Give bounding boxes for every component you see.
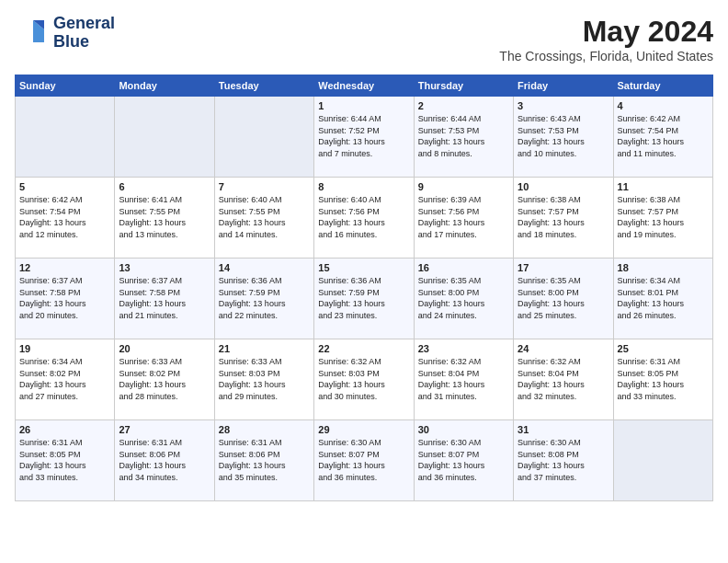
day-number: 22 <box>318 343 409 354</box>
day-number: 6 <box>119 181 210 192</box>
calendar-cell: 29Sunrise: 6:30 AM Sunset: 8:07 PM Dayli… <box>314 420 414 501</box>
day-number: 10 <box>518 181 609 192</box>
day-number: 13 <box>119 262 210 273</box>
day-info: Sunrise: 6:36 AM Sunset: 7:59 PM Dayligh… <box>219 275 310 321</box>
calendar-cell <box>613 420 712 501</box>
day-info: Sunrise: 6:30 AM Sunset: 8:07 PM Dayligh… <box>418 437 509 483</box>
calendar-cell: 2Sunrise: 6:44 AM Sunset: 7:53 PM Daylig… <box>414 97 513 178</box>
day-number: 25 <box>618 343 709 354</box>
logo-icon <box>15 17 48 50</box>
day-info: Sunrise: 6:40 AM Sunset: 7:56 PM Dayligh… <box>318 194 409 240</box>
day-info: Sunrise: 6:33 AM Sunset: 8:02 PM Dayligh… <box>119 356 210 402</box>
logo: General Blue <box>15 15 115 52</box>
calendar-cell: 5Sunrise: 6:42 AM Sunset: 7:54 PM Daylig… <box>16 178 115 259</box>
day-number: 7 <box>219 181 310 192</box>
day-number: 4 <box>618 100 709 111</box>
calendar-cell: 6Sunrise: 6:41 AM Sunset: 7:55 PM Daylig… <box>115 178 214 259</box>
day-info: Sunrise: 6:37 AM Sunset: 7:58 PM Dayligh… <box>19 275 110 321</box>
calendar-week-row: 19Sunrise: 6:34 AM Sunset: 8:02 PM Dayli… <box>16 339 713 420</box>
calendar-cell: 15Sunrise: 6:36 AM Sunset: 7:59 PM Dayli… <box>314 259 414 339</box>
day-number: 1 <box>318 100 409 111</box>
weekday-header: Wednesday <box>314 75 414 97</box>
day-number: 31 <box>518 424 609 435</box>
calendar-cell: 21Sunrise: 6:33 AM Sunset: 8:03 PM Dayli… <box>214 339 313 420</box>
calendar-cell: 31Sunrise: 6:30 AM Sunset: 8:08 PM Dayli… <box>514 420 613 501</box>
day-info: Sunrise: 6:34 AM Sunset: 8:01 PM Dayligh… <box>618 275 709 321</box>
day-info: Sunrise: 6:40 AM Sunset: 7:55 PM Dayligh… <box>219 194 310 240</box>
day-number: 11 <box>618 181 709 192</box>
calendar-cell: 23Sunrise: 6:32 AM Sunset: 8:04 PM Dayli… <box>414 339 513 420</box>
calendar-cell: 3Sunrise: 6:43 AM Sunset: 7:53 PM Daylig… <box>514 97 613 178</box>
day-number: 15 <box>318 262 409 273</box>
day-number: 28 <box>219 424 310 435</box>
day-number: 8 <box>318 181 409 192</box>
calendar-week-row: 5Sunrise: 6:42 AM Sunset: 7:54 PM Daylig… <box>16 178 713 259</box>
calendar-cell: 24Sunrise: 6:32 AM Sunset: 8:04 PM Dayli… <box>514 339 613 420</box>
calendar-cell: 8Sunrise: 6:40 AM Sunset: 7:56 PM Daylig… <box>314 178 414 259</box>
day-info: Sunrise: 6:31 AM Sunset: 8:05 PM Dayligh… <box>19 437 110 483</box>
day-number: 24 <box>518 343 609 354</box>
month-title: May 2024 <box>499 15 713 49</box>
weekday-header: Monday <box>115 75 214 97</box>
day-info: Sunrise: 6:42 AM Sunset: 7:54 PM Dayligh… <box>19 194 110 240</box>
day-number: 16 <box>418 262 509 273</box>
calendar-header-row: SundayMondayTuesdayWednesdayThursdayFrid… <box>16 75 713 97</box>
day-info: Sunrise: 6:32 AM Sunset: 8:04 PM Dayligh… <box>518 356 609 402</box>
day-info: Sunrise: 6:35 AM Sunset: 8:00 PM Dayligh… <box>518 275 609 321</box>
day-info: Sunrise: 6:32 AM Sunset: 8:04 PM Dayligh… <box>418 356 509 402</box>
calendar-week-row: 26Sunrise: 6:31 AM Sunset: 8:05 PM Dayli… <box>16 420 713 501</box>
day-info: Sunrise: 6:43 AM Sunset: 7:53 PM Dayligh… <box>518 113 609 159</box>
day-number: 27 <box>119 424 210 435</box>
day-number: 30 <box>418 424 509 435</box>
day-number: 17 <box>518 262 609 273</box>
calendar-cell: 10Sunrise: 6:38 AM Sunset: 7:57 PM Dayli… <box>514 178 613 259</box>
calendar-cell: 17Sunrise: 6:35 AM Sunset: 8:00 PM Dayli… <box>514 259 613 339</box>
calendar-table: SundayMondayTuesdayWednesdayThursdayFrid… <box>15 75 713 501</box>
day-info: Sunrise: 6:34 AM Sunset: 8:02 PM Dayligh… <box>19 356 110 402</box>
day-info: Sunrise: 6:33 AM Sunset: 8:03 PM Dayligh… <box>219 356 310 402</box>
weekday-header: Friday <box>514 75 613 97</box>
day-info: Sunrise: 6:35 AM Sunset: 8:00 PM Dayligh… <box>418 275 509 321</box>
day-info: Sunrise: 6:44 AM Sunset: 7:52 PM Dayligh… <box>318 113 409 159</box>
day-info: Sunrise: 6:39 AM Sunset: 7:56 PM Dayligh… <box>418 194 509 240</box>
day-number: 19 <box>19 343 110 354</box>
calendar-cell: 27Sunrise: 6:31 AM Sunset: 8:06 PM Dayli… <box>115 420 214 501</box>
calendar-cell: 13Sunrise: 6:37 AM Sunset: 7:58 PM Dayli… <box>115 259 214 339</box>
location-title: The Crossings, Florida, United States <box>499 49 713 63</box>
day-info: Sunrise: 6:30 AM Sunset: 8:07 PM Dayligh… <box>318 437 409 483</box>
calendar-cell: 11Sunrise: 6:38 AM Sunset: 7:57 PM Dayli… <box>613 178 712 259</box>
calendar-week-row: 1Sunrise: 6:44 AM Sunset: 7:52 PM Daylig… <box>16 97 713 178</box>
day-info: Sunrise: 6:32 AM Sunset: 8:03 PM Dayligh… <box>318 356 409 402</box>
calendar-cell: 16Sunrise: 6:35 AM Sunset: 8:00 PM Dayli… <box>414 259 513 339</box>
day-number: 21 <box>219 343 310 354</box>
day-info: Sunrise: 6:31 AM Sunset: 8:06 PM Dayligh… <box>219 437 310 483</box>
page-header: General Blue May 2024 The Crossings, Flo… <box>15 15 713 63</box>
weekday-header: Thursday <box>414 75 513 97</box>
calendar-cell: 7Sunrise: 6:40 AM Sunset: 7:55 PM Daylig… <box>214 178 313 259</box>
calendar-cell: 12Sunrise: 6:37 AM Sunset: 7:58 PM Dayli… <box>16 259 115 339</box>
calendar-cell: 1Sunrise: 6:44 AM Sunset: 7:52 PM Daylig… <box>314 97 414 178</box>
calendar-cell: 26Sunrise: 6:31 AM Sunset: 8:05 PM Dayli… <box>16 420 115 501</box>
day-info: Sunrise: 6:42 AM Sunset: 7:54 PM Dayligh… <box>618 113 709 159</box>
day-info: Sunrise: 6:41 AM Sunset: 7:55 PM Dayligh… <box>119 194 210 240</box>
logo-text: General Blue <box>53 15 115 52</box>
day-number: 12 <box>19 262 110 273</box>
calendar-body: 1Sunrise: 6:44 AM Sunset: 7:52 PM Daylig… <box>16 97 713 501</box>
calendar-cell: 14Sunrise: 6:36 AM Sunset: 7:59 PM Dayli… <box>214 259 313 339</box>
calendar-cell: 9Sunrise: 6:39 AM Sunset: 7:56 PM Daylig… <box>414 178 513 259</box>
day-number: 9 <box>418 181 509 192</box>
day-number: 3 <box>518 100 609 111</box>
title-block: May 2024 The Crossings, Florida, United … <box>499 15 713 63</box>
day-info: Sunrise: 6:31 AM Sunset: 8:05 PM Dayligh… <box>618 356 709 402</box>
day-number: 26 <box>19 424 110 435</box>
day-info: Sunrise: 6:36 AM Sunset: 7:59 PM Dayligh… <box>318 275 409 321</box>
day-number: 23 <box>418 343 509 354</box>
day-number: 5 <box>19 181 110 192</box>
day-info: Sunrise: 6:38 AM Sunset: 7:57 PM Dayligh… <box>618 194 709 240</box>
day-number: 14 <box>219 262 310 273</box>
weekday-header: Sunday <box>16 75 115 97</box>
calendar-cell <box>214 97 313 178</box>
day-info: Sunrise: 6:31 AM Sunset: 8:06 PM Dayligh… <box>119 437 210 483</box>
day-number: 29 <box>318 424 409 435</box>
day-info: Sunrise: 6:44 AM Sunset: 7:53 PM Dayligh… <box>418 113 509 159</box>
